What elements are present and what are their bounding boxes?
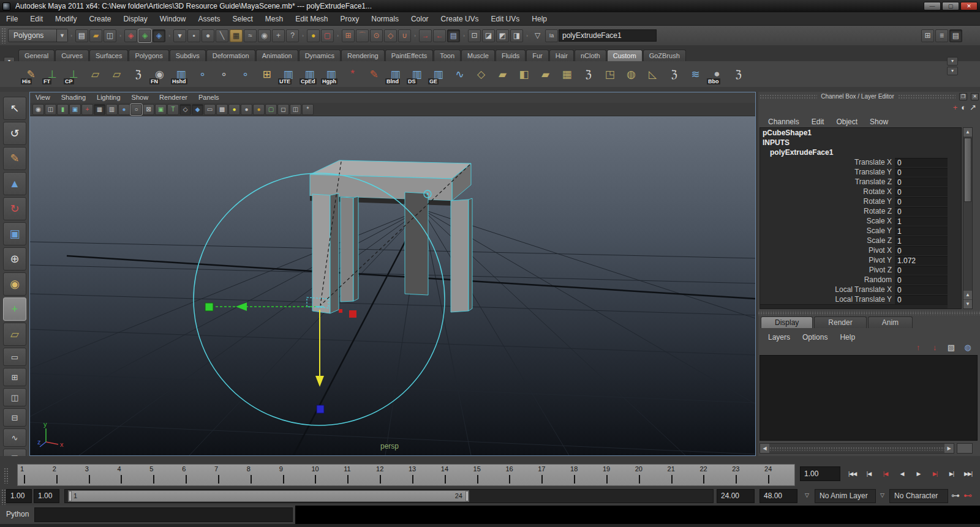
smooth-shade-icon[interactable]: ◆	[192, 104, 203, 115]
time-frame-cell[interactable]: 12	[374, 465, 406, 485]
shelf-tab[interactable]: Toon	[434, 50, 461, 61]
shelf-item[interactable]: *	[342, 64, 363, 84]
menu-item[interactable]: Edit	[24, 12, 49, 26]
close-button[interactable]: ✕	[960, 2, 978, 10]
lines-mask-icon[interactable]: ╲	[216, 29, 228, 42]
use-all-lights-icon[interactable]: ●	[228, 104, 240, 115]
last-tool-used[interactable]: ▱	[3, 323, 26, 346]
command-input[interactable]	[34, 507, 293, 522]
time-frame-cell[interactable]: 4	[115, 465, 147, 485]
snap-point-icon[interactable]: ⊙	[370, 29, 383, 42]
time-frame-cell[interactable]: 11	[341, 465, 374, 485]
highlight-selection-icon[interactable]: ▢	[321, 29, 334, 42]
default-lighting-icon[interactable]: ●	[241, 104, 252, 115]
make-live-icon[interactable]: ∪	[398, 29, 411, 42]
layer-editor-menu-item[interactable]: Options	[797, 331, 832, 344]
channel-value-field[interactable]: 0	[895, 266, 948, 275]
output-connections-icon[interactable]: ←	[433, 29, 446, 42]
range-track[interactable]: 1 24	[64, 489, 714, 503]
shelf-item[interactable]: ▥ GE	[428, 64, 448, 84]
channel-node-row[interactable]: pCubeShape1	[760, 128, 961, 138]
handles-mask-icon[interactable]: +	[272, 29, 285, 42]
channel-value-field[interactable]: 1	[895, 217, 948, 226]
group-separator[interactable]: ›	[69, 28, 74, 43]
group-separator[interactable]: ›	[301, 28, 305, 43]
component-mode-icon[interactable]: ◈	[153, 29, 165, 42]
mask-preset-dropdown[interactable]: ▾	[173, 29, 186, 42]
scroll-down-icon[interactable]: ▼	[963, 300, 972, 308]
shelf-tab[interactable]: Curves	[55, 50, 89, 61]
grid-icon[interactable]: ▦	[94, 104, 105, 115]
channel-value-field[interactable]: 1	[895, 236, 948, 245]
shelf-item[interactable]: ≋	[685, 64, 706, 84]
snap-grid-icon[interactable]: ⊞	[342, 29, 355, 42]
panel-menu-item[interactable]: Lighting	[91, 92, 126, 103]
scroll-up2-icon[interactable]: ▲	[963, 291, 972, 299]
scale-tool[interactable]: ▣	[3, 222, 26, 245]
channel-value-field[interactable]: 0	[895, 207, 948, 216]
panel-splitter[interactable]	[758, 311, 980, 315]
menu-item[interactable]: Mesh	[259, 12, 289, 26]
channel-value-field[interactable]: 0	[895, 295, 948, 304]
step-forward-frame-button[interactable]: ▶|	[943, 465, 960, 482]
input-connections-icon[interactable]: →	[419, 29, 432, 42]
film-gate-icon[interactable]: ▥	[106, 104, 118, 115]
shelf-tab[interactable]: PaintEffects	[385, 50, 434, 61]
layer-list[interactable]	[760, 355, 978, 441]
shelf-item[interactable]: ▱	[85, 64, 105, 84]
field-type-icon[interactable]: Ia	[545, 29, 558, 42]
isolate-select-icon[interactable]: ▢	[265, 104, 277, 115]
horizontal-scrollbar[interactable]: ◀ ▶	[760, 443, 954, 454]
layer-move-down-icon[interactable]: ↓	[929, 342, 941, 353]
group-separator[interactable]: ›	[167, 28, 172, 43]
time-frame-cell[interactable]: 13	[406, 465, 439, 485]
shelf-item[interactable]: ∘	[192, 64, 213, 84]
textured-icon[interactable]: ▩	[216, 104, 228, 115]
tool-settings-icon[interactable]: ≡	[935, 29, 948, 42]
time-frame-cell[interactable]: 1	[18, 465, 50, 485]
shelf-item[interactable]: ✎	[364, 64, 384, 84]
shelf-item[interactable]: ▰	[535, 64, 556, 84]
channel-box-menu-item[interactable]: Object	[831, 115, 862, 129]
panel-menu-item[interactable]: View	[30, 92, 56, 103]
shelf-tab[interactable]: Deformation	[206, 50, 255, 61]
time-frame-cell[interactable]: 17	[535, 465, 568, 485]
group-separator[interactable]: ›	[462, 28, 466, 43]
render-current-frame-icon[interactable]: ◪	[482, 29, 495, 42]
shelf-item[interactable]: ◧	[514, 64, 534, 84]
shelf-item[interactable]: ⊥ CP	[64, 64, 84, 84]
time-frame-cell[interactable]: 14	[439, 465, 471, 485]
quick-selection-field[interactable]	[559, 29, 657, 42]
anim-layer-dropdown-icon[interactable]: ▽	[805, 492, 809, 498]
menu-item[interactable]: Assets	[192, 12, 226, 26]
step-back-key-button[interactable]: |◀	[877, 465, 894, 482]
rotate-tool[interactable]: ↻	[3, 197, 26, 220]
panel-menu-item[interactable]: Panels	[193, 92, 225, 103]
group-separator[interactable]: ›	[525, 28, 529, 43]
anim-layer-field[interactable]: No Anim Layer	[815, 489, 876, 503]
menu-item[interactable]: Create UVs	[435, 12, 485, 26]
xray-icon[interactable]: ◻	[277, 104, 289, 115]
shelf-tab[interactable]: Subdivs	[170, 50, 206, 61]
channel-value-field[interactable]: 0	[895, 178, 948, 187]
viewport-3d[interactable]: persp y x z	[30, 116, 755, 455]
shelf-item[interactable]: ▱	[107, 64, 127, 84]
hierarchy-mode-icon[interactable]: ◈	[124, 29, 137, 42]
shelf-item[interactable]: ⊥ FT	[42, 64, 62, 84]
animation-start-field[interactable]: 1.00	[6, 489, 32, 503]
animation-end-field[interactable]: 48.00	[760, 489, 797, 503]
time-frame-cell[interactable]: 9	[277, 465, 309, 485]
playback-range-bar[interactable]: 1 24	[68, 490, 469, 502]
layer-editor-tab[interactable]: Anim	[868, 316, 913, 328]
time-frame-cell[interactable]: 22	[697, 465, 729, 485]
layer-editor-menu-item[interactable]: Help	[835, 331, 860, 344]
time-frame-cell[interactable]: 15	[471, 465, 503, 485]
channel-box-menu-item[interactable]: Show	[865, 115, 893, 129]
save-scene-icon[interactable]: ◫	[104, 29, 116, 42]
universal-manipulator-tool[interactable]: ⊕	[3, 247, 26, 271]
camera-track-icon[interactable]: ◫	[45, 104, 56, 115]
time-frame-cell[interactable]: 8	[244, 465, 277, 485]
layout-four-pane[interactable]: ⊞	[3, 368, 26, 386]
bookmark-icon[interactable]: ▮	[57, 104, 69, 115]
time-grip[interactable]	[4, 468, 9, 484]
